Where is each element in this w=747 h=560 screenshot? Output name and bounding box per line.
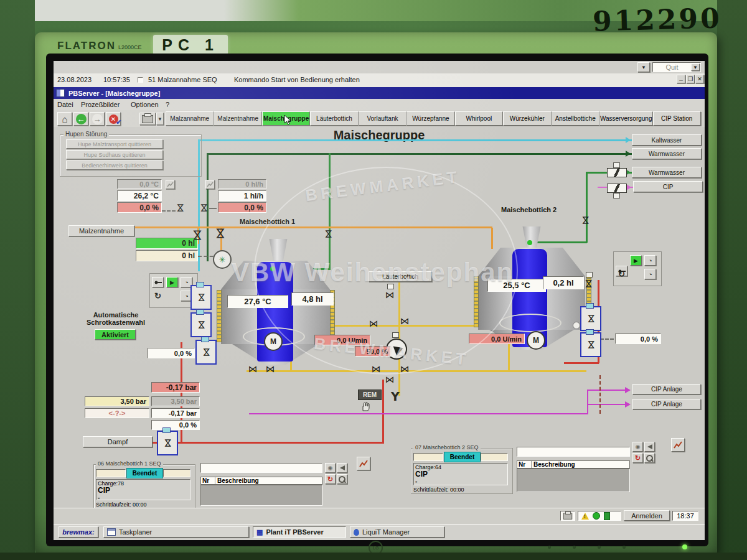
- monitor-button[interactable]: [573, 546, 576, 549]
- taskbar-item-liquit[interactable]: LiquiT Manager: [350, 526, 444, 538]
- eye-icon[interactable]: [325, 463, 336, 473]
- warning-icon[interactable]: [581, 513, 589, 520]
- aktiviert-button[interactable]: Aktiviert: [95, 329, 136, 340]
- lauterbottich-button[interactable]: Läuterbottich: [369, 271, 432, 282]
- horn-icon[interactable]: [337, 463, 347, 473]
- menu-datei[interactable]: Datei: [57, 101, 73, 108]
- pressure-query-input[interactable]: <-?->: [85, 408, 149, 418]
- valve-icon[interactable]: [385, 375, 395, 385]
- cancel-button[interactable]: [106, 112, 121, 126]
- trend-chart-icon[interactable]: [671, 438, 685, 452]
- cip-anlage-button[interactable]: CIP Anlage: [632, 399, 701, 409]
- tab-anstellbottiche[interactable]: Anstellbottiche: [552, 111, 599, 126]
- horn-icon[interactable]: [644, 442, 655, 452]
- taskbar-item-pbserver[interactable]: Plant iT PBServer: [253, 526, 346, 538]
- monitor-button[interactable]: [598, 546, 601, 549]
- cycle-icon[interactable]: [616, 269, 627, 279]
- key-icon[interactable]: [152, 277, 164, 287]
- hupe-sudhaus-button[interactable]: Hupe Sudhaus quittieren: [66, 150, 163, 159]
- valve-icon[interactable]: [195, 340, 217, 365]
- magnifier-icon[interactable]: [644, 453, 655, 463]
- forward-button[interactable]: [90, 112, 105, 126]
- valve-icon[interactable]: [369, 319, 378, 329]
- tab-wuerzepfanne[interactable]: Würzepfanne: [406, 111, 454, 126]
- dampf-button[interactable]: Dampf: [83, 436, 153, 447]
- quit-combo[interactable]: Quit: [652, 62, 701, 72]
- kaltwasser-button[interactable]: Kaltwasser: [632, 134, 702, 146]
- valve-icon[interactable]: [385, 290, 395, 300]
- seq1-table-body[interactable]: [200, 485, 322, 506]
- malz-setpoint-display[interactable]: 0 hl: [136, 250, 198, 261]
- cip-button[interactable]: CIP: [633, 181, 703, 192]
- trend-chart-icon[interactable]: [357, 457, 370, 470]
- motor-icon[interactable]: [264, 332, 283, 351]
- statusbar-print-button[interactable]: [560, 511, 575, 521]
- valve-icon[interactable]: [581, 215, 591, 225]
- start-icon[interactable]: [630, 255, 642, 266]
- bedienerhinweis-button[interactable]: Bedienerhinweis quittieren: [66, 161, 163, 170]
- valve-icon[interactable]: [248, 364, 258, 374]
- tab-cip-station[interactable]: CIP Station: [653, 111, 701, 126]
- alarm-checkbox[interactable]: [138, 77, 143, 83]
- minimize-icon[interactable]: [677, 75, 685, 83]
- tab-wuerzekuehler[interactable]: Würzekühler: [503, 111, 551, 126]
- tank2-temp-display[interactable]: 25,5 °C: [487, 279, 546, 292]
- seq2-table-body[interactable]: [517, 469, 630, 492]
- menu-help[interactable]: ?: [166, 101, 169, 108]
- valve-icon[interactable]: [216, 228, 226, 238]
- valve-icon[interactable]: [157, 431, 178, 455]
- cycle-icon[interactable]: [152, 291, 164, 301]
- hand-icon[interactable]: [360, 401, 371, 412]
- motor-icon[interactable]: [527, 331, 545, 350]
- timer-icon[interactable]: [644, 269, 656, 279]
- menu-prozessbilder[interactable]: Prozeßbilder: [81, 101, 120, 108]
- timer-icon[interactable]: [644, 255, 656, 266]
- valve-icon[interactable]: [400, 364, 410, 374]
- pressure-setpoint-input[interactable]: 3,50 bar: [85, 396, 149, 406]
- valve-icon[interactable]: [371, 364, 381, 374]
- tab-malzannahme[interactable]: Malzannahme: [166, 111, 214, 126]
- valve-icon[interactable]: [265, 364, 275, 374]
- monitor-button[interactable]: [548, 546, 551, 549]
- fan-icon[interactable]: [213, 250, 232, 269]
- quit-dropdown-icon[interactable]: [691, 63, 700, 71]
- anmelden-button[interactable]: Anmelden: [624, 510, 670, 521]
- warmwasser-button[interactable]: Warmwasser: [632, 167, 702, 178]
- tank1-temp-display[interactable]: 27,6 °C: [227, 295, 288, 308]
- valve-icon[interactable]: [193, 230, 203, 240]
- valve-icon[interactable]: [400, 316, 410, 326]
- tank1-volume-display[interactable]: 4,8 hl: [291, 292, 334, 306]
- home-icon[interactable]: [57, 112, 72, 126]
- temp-actual-display[interactable]: 26,2 °C: [117, 190, 162, 201]
- trend-icon[interactable]: [205, 180, 215, 189]
- spin-down-button[interactable]: [637, 62, 650, 72]
- refresh-icon[interactable]: [632, 453, 643, 463]
- tank2-volume-display[interactable]: 0,2 hl: [543, 276, 584, 289]
- tab-whirlpool[interactable]: Whirlpool: [455, 111, 503, 126]
- valve-icon[interactable]: [190, 312, 212, 337]
- refresh-icon[interactable]: [325, 474, 336, 484]
- tab-vorlauftank[interactable]: Vorlauftank: [359, 111, 406, 126]
- start-button[interactable]: brewmax:: [59, 526, 98, 538]
- print-button[interactable]: [139, 113, 156, 125]
- eye-icon[interactable]: [632, 442, 643, 452]
- valve-icon[interactable]: [199, 203, 209, 213]
- back-button[interactable]: [73, 112, 88, 126]
- tab-malzentnahme[interactable]: Malzentnahme: [214, 111, 261, 126]
- valve-icon[interactable]: [324, 229, 334, 239]
- valve-icon[interactable]: [580, 306, 601, 331]
- restore-icon[interactable]: [686, 75, 695, 83]
- malzentnahme-button[interactable]: Malzentnahme: [68, 225, 134, 236]
- flow-actual-display[interactable]: 1 hl/h: [218, 190, 266, 201]
- valve-icon[interactable]: [584, 279, 594, 289]
- valve-icon[interactable]: [190, 285, 212, 310]
- start-icon[interactable]: [166, 277, 178, 287]
- menu-optionen[interactable]: Optionen: [131, 101, 159, 108]
- monitor-button[interactable]: [622, 546, 626, 549]
- green-status-icon[interactable]: [593, 512, 600, 520]
- magnifier-icon[interactable]: [337, 474, 347, 484]
- close-icon[interactable]: [695, 75, 704, 83]
- valve-icon[interactable]: [580, 332, 601, 357]
- valve-icon[interactable]: [176, 203, 186, 213]
- tab-wasserversorgung[interactable]: Wasserversorgung: [599, 111, 653, 126]
